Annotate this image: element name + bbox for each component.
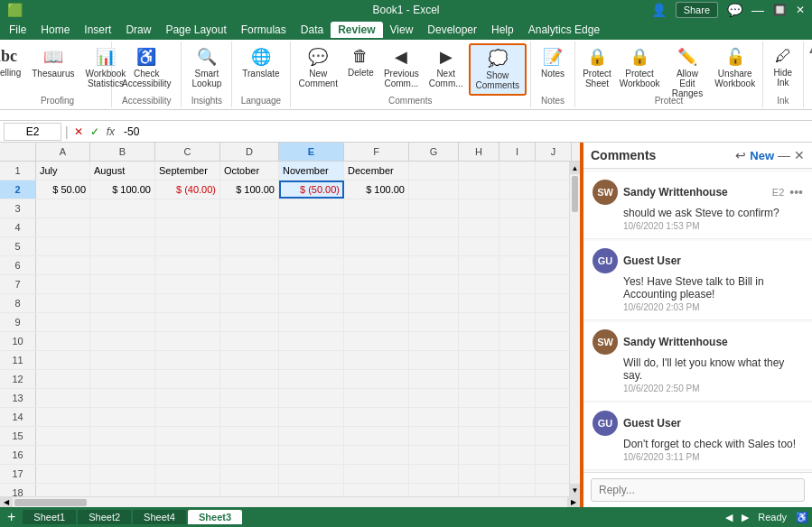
allow-edit-ranges-button[interactable]: ✏️ Allow EditRanges: [664, 43, 710, 102]
cell[interactable]: [536, 351, 572, 369]
cell[interactable]: [409, 237, 459, 255]
cell[interactable]: [220, 465, 279, 483]
cell-j2[interactable]: [536, 180, 572, 199]
cell[interactable]: [155, 313, 220, 331]
cell[interactable]: [409, 370, 459, 388]
cell[interactable]: [459, 218, 499, 236]
cell[interactable]: [36, 313, 90, 331]
cell[interactable]: [344, 218, 409, 236]
menu-help[interactable]: Help: [484, 22, 521, 38]
comment-icon[interactable]: 💬: [727, 3, 742, 17]
cell[interactable]: [344, 351, 409, 369]
cell[interactable]: [499, 199, 536, 217]
cell[interactable]: [220, 237, 279, 255]
cell[interactable]: [36, 332, 90, 350]
cell[interactable]: [459, 446, 499, 464]
cell[interactable]: [220, 275, 279, 293]
cell[interactable]: [279, 332, 344, 350]
cell[interactable]: [36, 275, 90, 293]
translate-button[interactable]: 🌐 Translate: [238, 43, 284, 82]
cell[interactable]: [459, 237, 499, 255]
cell[interactable]: [90, 484, 155, 496]
new-comment-panel-button[interactable]: New: [750, 149, 774, 162]
cell[interactable]: [499, 484, 536, 496]
cell[interactable]: [536, 427, 572, 445]
cell[interactable]: [90, 218, 155, 236]
show-comments-button[interactable]: 💭 ShowComments: [469, 43, 527, 96]
cell[interactable]: [155, 199, 220, 217]
cell[interactable]: [409, 199, 459, 217]
cell[interactable]: [36, 370, 90, 388]
cell[interactable]: [459, 370, 499, 388]
delete-comment-button[interactable]: 🗑 Delete: [343, 43, 378, 81]
formula-function-icon[interactable]: fx: [105, 125, 117, 138]
cell[interactable]: [279, 256, 344, 274]
cell[interactable]: [220, 389, 279, 407]
menu-page-layout[interactable]: Page Layout: [158, 22, 233, 38]
cell[interactable]: [155, 408, 220, 426]
cell-c2[interactable]: $ (40.00): [155, 180, 220, 199]
cell[interactable]: [36, 389, 90, 407]
cell[interactable]: [36, 294, 90, 312]
cell[interactable]: [499, 218, 536, 236]
cell[interactable]: [344, 294, 409, 312]
cell[interactable]: [279, 370, 344, 388]
cell[interactable]: [279, 218, 344, 236]
cell[interactable]: [36, 351, 90, 369]
cell[interactable]: [459, 275, 499, 293]
new-comment-button[interactable]: 💬 NewComment: [294, 43, 342, 92]
cell[interactable]: [536, 218, 572, 236]
cell[interactable]: [499, 275, 536, 293]
cell[interactable]: [499, 370, 536, 388]
thesaurus-button[interactable]: 📖 Thesaurus: [27, 43, 79, 82]
cell-j1[interactable]: [536, 162, 572, 180]
cell[interactable]: [344, 332, 409, 350]
name-box[interactable]: [4, 123, 61, 141]
cell[interactable]: [409, 446, 459, 464]
cell[interactable]: [90, 332, 155, 350]
cell[interactable]: [155, 256, 220, 274]
cell[interactable]: [499, 427, 536, 445]
cell-h1[interactable]: [459, 162, 499, 180]
cell[interactable]: [344, 275, 409, 293]
cell-d1[interactable]: October: [220, 162, 279, 180]
cell[interactable]: [459, 351, 499, 369]
cell[interactable]: [90, 199, 155, 217]
cell[interactable]: [36, 427, 90, 445]
cell[interactable]: [155, 484, 220, 496]
cell[interactable]: [409, 351, 459, 369]
cell[interactable]: [344, 389, 409, 407]
cell[interactable]: [459, 199, 499, 217]
cell[interactable]: [36, 237, 90, 255]
panel-minimize-icon[interactable]: —: [778, 148, 790, 162]
cell[interactable]: [90, 237, 155, 255]
window-close-icon[interactable]: ✕: [796, 4, 805, 16]
formula-input[interactable]: -50: [120, 123, 808, 141]
cell-g1[interactable]: [409, 162, 459, 180]
scrollbar-h-thumb[interactable]: [14, 499, 87, 506]
sheet-tab-sheet1[interactable]: Sheet1: [23, 510, 76, 524]
cell[interactable]: [536, 332, 572, 350]
cell[interactable]: [220, 199, 279, 217]
formula-cancel-icon[interactable]: ✕: [72, 125, 85, 138]
add-sheet-button[interactable]: +: [4, 509, 19, 525]
cell[interactable]: [279, 465, 344, 483]
menu-insert[interactable]: Insert: [77, 22, 118, 38]
vertical-scrollbar[interactable]: ▲ ▼: [569, 162, 580, 496]
cell[interactable]: [36, 465, 90, 483]
cell[interactable]: [279, 351, 344, 369]
cell[interactable]: [409, 294, 459, 312]
cell[interactable]: [344, 484, 409, 496]
cell[interactable]: [279, 484, 344, 496]
cell[interactable]: [499, 465, 536, 483]
cell-i1[interactable]: [499, 162, 536, 180]
scroll-left[interactable]: ◀: [0, 497, 13, 508]
cell[interactable]: [409, 427, 459, 445]
cell[interactable]: [536, 484, 572, 496]
cell[interactable]: [90, 370, 155, 388]
next-comment-button[interactable]: ▶ NextComm...: [425, 43, 468, 92]
cell[interactable]: [344, 199, 409, 217]
cell[interactable]: [536, 389, 572, 407]
protect-workbook-button[interactable]: 🔒 ProtectWorkbook: [616, 43, 663, 92]
cell[interactable]: [536, 313, 572, 331]
